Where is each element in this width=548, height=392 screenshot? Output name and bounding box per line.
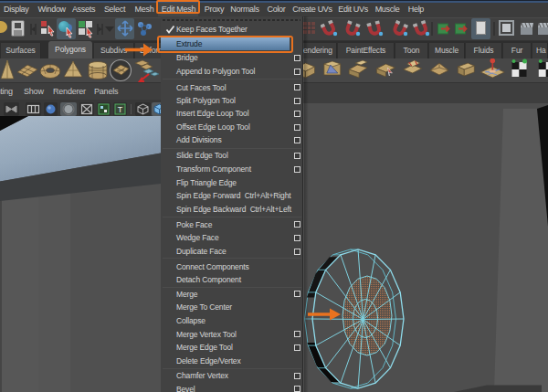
svg-text:T: T <box>118 105 123 114</box>
